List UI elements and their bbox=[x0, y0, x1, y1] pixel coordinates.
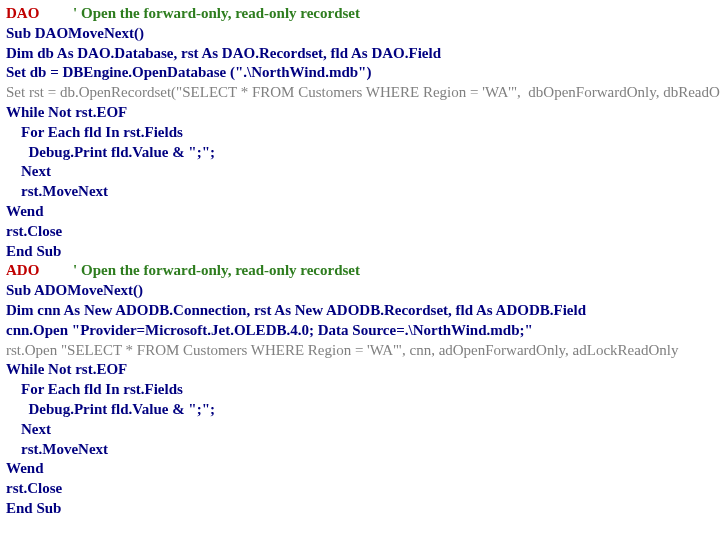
code-line-7: Debug.Print fld.Value & ";"; bbox=[6, 143, 714, 163]
code-segment: While Not rst.EOF bbox=[6, 361, 127, 377]
code-line-2: Dim db As DAO.Database, rst As DAO.Recor… bbox=[6, 44, 714, 64]
code-segment: rst.Close bbox=[6, 480, 62, 496]
code-segment: ADO bbox=[6, 262, 39, 278]
code-line-18: While Not rst.EOF bbox=[6, 360, 714, 380]
code-line-8: Next bbox=[6, 162, 714, 182]
code-line-3: Set db = DBEngine.OpenDatabase (".\North… bbox=[6, 63, 714, 83]
code-line-23: Wend bbox=[6, 459, 714, 479]
code-line-20: Debug.Print fld.Value & ";"; bbox=[6, 400, 714, 420]
code-line-16: cnn.Open "Provider=Microsoft.Jet.OLEDB.4… bbox=[6, 321, 714, 341]
code-segment: ' Open the forward-only, read-only recor… bbox=[39, 5, 360, 21]
code-segment: rst.Close bbox=[6, 223, 62, 239]
code-segment: Next bbox=[6, 163, 51, 179]
code-line-25: End Sub bbox=[6, 499, 714, 519]
code-line-10: Wend bbox=[6, 202, 714, 222]
code-segment: Sub DAOMoveNext() bbox=[6, 25, 144, 41]
code-segment: cnn.Open "Provider=Microsoft.Jet.OLEDB.4… bbox=[6, 322, 533, 338]
code-line-12: End Sub bbox=[6, 242, 714, 262]
code-segment: Wend bbox=[6, 460, 44, 476]
code-segment: Wend bbox=[6, 203, 44, 219]
code-segment: Next bbox=[6, 421, 51, 437]
code-segment: Sub ADOMoveNext() bbox=[6, 282, 143, 298]
code-segment: For Each fld In rst.Fields bbox=[6, 381, 183, 397]
code-segment: Debug.Print fld.Value & ";"; bbox=[6, 401, 215, 417]
code-segment: End Sub bbox=[6, 243, 61, 259]
code-segment: DAO bbox=[6, 5, 39, 21]
code-line-17: rst.Open "SELECT * FROM Customers WHERE … bbox=[6, 341, 714, 361]
code-line-21: Next bbox=[6, 420, 714, 440]
code-line-24: rst.Close bbox=[6, 479, 714, 499]
code-line-15: Dim cnn As New ADODB.Connection, rst As … bbox=[6, 301, 714, 321]
code-line-22: rst.MoveNext bbox=[6, 440, 714, 460]
code-line-1: Sub DAOMoveNext() bbox=[6, 24, 714, 44]
code-segment: For Each fld In rst.Fields bbox=[6, 124, 183, 140]
code-segment: rst.Open "SELECT * FROM Customers WHERE … bbox=[6, 342, 678, 358]
code-segment: Debug.Print fld.Value & ";"; bbox=[6, 144, 215, 160]
code-line-9: rst.MoveNext bbox=[6, 182, 714, 202]
code-line-5: While Not rst.EOF bbox=[6, 103, 714, 123]
code-segment: ' Open the forward-only, read-only recor… bbox=[39, 262, 360, 278]
code-line-11: rst.Close bbox=[6, 222, 714, 242]
code-segment: Dim db As DAO.Database, rst As DAO.Recor… bbox=[6, 45, 441, 61]
code-segment: While Not rst.EOF bbox=[6, 104, 127, 120]
code-segment: Dim cnn As New ADODB.Connection, rst As … bbox=[6, 302, 586, 318]
code-segment: Set rst = db.OpenRecordset("SELECT * FRO… bbox=[6, 84, 720, 100]
code-line-14: Sub ADOMoveNext() bbox=[6, 281, 714, 301]
code-segment: End Sub bbox=[6, 500, 61, 516]
code-segment: rst.MoveNext bbox=[6, 183, 108, 199]
code-line-6: For Each fld In rst.Fields bbox=[6, 123, 714, 143]
code-line-4: Set rst = db.OpenRecordset("SELECT * FRO… bbox=[6, 83, 714, 103]
code-line-19: For Each fld In rst.Fields bbox=[6, 380, 714, 400]
code-line-13: ADO ' Open the forward-only, read-only r… bbox=[6, 261, 714, 281]
code-segment: rst.MoveNext bbox=[6, 441, 108, 457]
code-listing: DAO ' Open the forward-only, read-only r… bbox=[6, 4, 714, 519]
code-segment: Set db = DBEngine.OpenDatabase (".\North… bbox=[6, 64, 371, 80]
code-line-0: DAO ' Open the forward-only, read-only r… bbox=[6, 4, 714, 24]
